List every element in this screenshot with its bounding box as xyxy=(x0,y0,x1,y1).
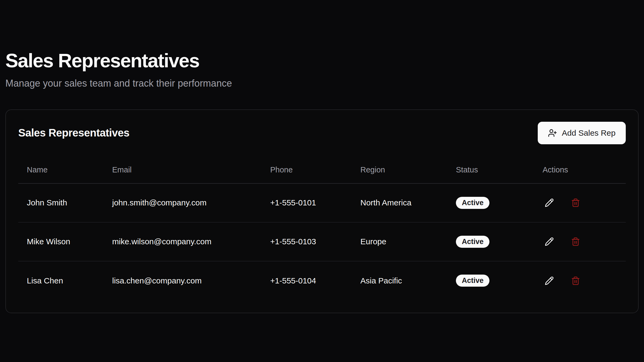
edit-button[interactable] xyxy=(543,196,556,209)
column-header-status: Status xyxy=(447,157,534,183)
cell-actions xyxy=(534,222,626,261)
row-actions xyxy=(543,235,617,248)
sales-reps-card: Sales Representatives Add Sales Rep Name… xyxy=(5,109,639,313)
sales-representatives-page: Sales Representatives Manage your sales … xyxy=(0,0,644,362)
cell-status: Active xyxy=(447,261,534,300)
column-header-actions: Actions xyxy=(534,157,626,183)
cell-status: Active xyxy=(447,222,534,261)
sales-reps-table: Name Email Phone Region Status Actions J… xyxy=(18,157,626,300)
status-badge: Active xyxy=(456,197,489,209)
cell-region: North America xyxy=(352,183,447,222)
card-header: Sales Representatives Add Sales Rep xyxy=(18,122,626,144)
trash-icon xyxy=(571,237,580,246)
cell-actions xyxy=(534,261,626,300)
delete-button[interactable] xyxy=(569,196,582,209)
cell-name: Lisa Chen xyxy=(18,261,104,300)
add-sales-rep-button[interactable]: Add Sales Rep xyxy=(538,122,626,144)
cell-phone: +1-555-0103 xyxy=(262,222,352,261)
card-title: Sales Representatives xyxy=(18,127,129,139)
pencil-icon xyxy=(545,276,554,285)
trash-icon xyxy=(571,276,580,285)
row-actions xyxy=(543,196,617,209)
cell-name: John Smith xyxy=(18,183,104,222)
page-title: Sales Representatives xyxy=(5,0,639,72)
user-plus-icon xyxy=(548,128,557,138)
cell-phone: +1-555-0101 xyxy=(262,183,352,222)
trash-icon xyxy=(571,198,580,207)
status-badge: Active xyxy=(456,236,489,248)
cell-email: john.smith@company.com xyxy=(104,183,262,222)
delete-button[interactable] xyxy=(569,235,582,248)
edit-button[interactable] xyxy=(543,274,556,287)
column-header-region: Region xyxy=(352,157,447,183)
edit-button[interactable] xyxy=(543,235,556,248)
cell-name: Mike Wilson xyxy=(18,222,104,261)
cell-phone: +1-555-0104 xyxy=(262,261,352,300)
cell-status: Active xyxy=(447,183,534,222)
pencil-icon xyxy=(545,198,554,207)
column-header-name: Name xyxy=(18,157,104,183)
pencil-icon xyxy=(545,237,554,246)
cell-email: lisa.chen@company.com xyxy=(104,261,262,300)
page-subtitle: Manage your sales team and track their p… xyxy=(5,77,639,89)
table-row: Mike Wilson mike.wilson@company.com +1-5… xyxy=(18,222,626,261)
status-badge: Active xyxy=(456,275,489,287)
column-header-phone: Phone xyxy=(262,157,352,183)
table-header-row: Name Email Phone Region Status Actions xyxy=(18,157,626,183)
cell-region: Europe xyxy=(352,222,447,261)
cell-region: Asia Pacific xyxy=(352,261,447,300)
column-header-email: Email xyxy=(104,157,262,183)
add-sales-rep-label: Add Sales Rep xyxy=(562,128,616,138)
delete-button[interactable] xyxy=(569,274,582,287)
table-row: John Smith john.smith@company.com +1-555… xyxy=(18,183,626,222)
row-actions xyxy=(543,274,617,287)
cell-actions xyxy=(534,183,626,222)
table-row: Lisa Chen lisa.chen@company.com +1-555-0… xyxy=(18,261,626,300)
cell-email: mike.wilson@company.com xyxy=(104,222,262,261)
